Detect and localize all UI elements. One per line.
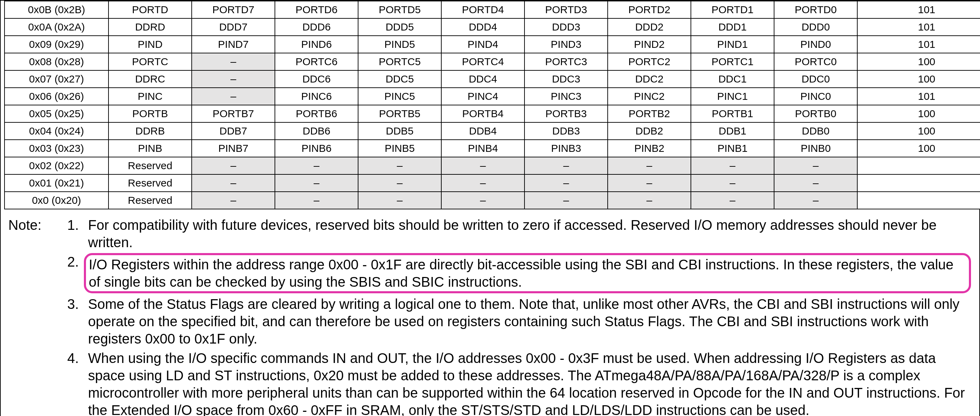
register-bit: PORTC2 [608, 53, 691, 70]
register-bit: DDB0 [774, 123, 857, 140]
note-text: For compatibility with future devices, r… [88, 217, 937, 250]
register-bit: – [275, 192, 358, 209]
register-bit: PORTD6 [275, 1, 358, 18]
register-page: 100 [857, 105, 980, 123]
register-bit: DDC4 [441, 70, 525, 88]
table-row: 0x02 (0x22)Reserved–––––––– [5, 157, 980, 174]
register-bit: PORTD4 [441, 1, 525, 18]
note-text: When using the I/O specific commands IN … [88, 351, 965, 416]
note-row: 3.Some of the Status Flags are cleared b… [8, 295, 969, 347]
register-page [857, 174, 980, 192]
highlight-box: I/O Registers within the address range 0… [84, 253, 971, 293]
register-bit: DDC2 [608, 70, 691, 88]
table-row: 0x0 (0x20)Reserved–––––––– [5, 192, 980, 209]
register-bit: PORTD7 [192, 1, 275, 18]
register-name: Reserved [108, 157, 192, 174]
register-bit: – [441, 174, 525, 192]
register-bit: DDB1 [691, 123, 774, 140]
register-bit: PORTD0 [774, 1, 857, 18]
note-text: Some of the Status Flags are cleared by … [88, 296, 959, 346]
register-address: 0x0B (0x2B) [5, 1, 108, 18]
note-row: 4.When using the I/O specific commands I… [8, 349, 969, 416]
note-number: 1. [67, 216, 88, 234]
register-bit: PORTD5 [358, 1, 441, 18]
register-bit: DDB4 [441, 123, 525, 140]
register-bit: PORTB4 [441, 105, 525, 123]
register-bit: PIND1 [691, 36, 774, 53]
register-bit: – [525, 157, 608, 174]
table-row: 0x03 (0x23)PINBPINB7PINB6PINB5PINB4PINB3… [5, 140, 980, 157]
table-row: 0x07 (0x27)DDRC–DDC6DDC5DDC4DDC3DDC2DDC1… [5, 70, 980, 88]
register-address: 0x02 (0x22) [5, 157, 108, 174]
register-bit: – [192, 88, 275, 105]
register-bit: PINC3 [525, 88, 608, 105]
register-bit: DDC0 [774, 70, 857, 88]
register-bit: PIND3 [525, 36, 608, 53]
register-bit: DDC5 [358, 70, 441, 88]
register-bit: PINC2 [608, 88, 691, 105]
register-bit: DDB7 [192, 123, 275, 140]
register-bit: PIND6 [275, 36, 358, 53]
register-bit: DDC6 [275, 70, 358, 88]
table-row: 0x08 (0x28)PORTC–PORTC6PORTC5PORTC4PORTC… [5, 53, 980, 70]
table-row: 0x09 (0x29)PINDPIND7PIND6PIND5PIND4PIND3… [5, 36, 980, 53]
register-bit: DDC1 [691, 70, 774, 88]
register-bit: PIND0 [774, 36, 857, 53]
register-page: 100 [857, 140, 980, 157]
note-text-cell: For compatibility with future devices, r… [88, 216, 969, 251]
register-bit: – [608, 157, 691, 174]
register-page: 100 [857, 53, 980, 70]
register-bit: PORTB7 [192, 105, 275, 123]
register-bit: DDB3 [525, 123, 608, 140]
note-text: I/O Registers within the address range 0… [89, 257, 954, 290]
register-bit: PIND7 [192, 36, 275, 53]
note-number: 3. [67, 295, 88, 313]
register-bit: PORTB0 [774, 105, 857, 123]
register-bit: PINC6 [275, 88, 358, 105]
register-page: 101 [857, 18, 980, 36]
register-address: 0x01 (0x21) [5, 174, 108, 192]
register-name: Reserved [108, 174, 192, 192]
note-label: Note: [8, 216, 67, 234]
register-name: PORTB [108, 105, 192, 123]
register-bit: PINB6 [275, 140, 358, 157]
table-row: 0x04 (0x24)DDRBDDB7DDB6DDB5DDB4DDB3DDB2D… [5, 123, 980, 140]
register-bit: PIND4 [441, 36, 525, 53]
register-address: 0x03 (0x23) [5, 140, 108, 157]
register-bit: PINB1 [691, 140, 774, 157]
register-address: 0x06 (0x26) [5, 88, 108, 105]
register-bit: PORTB1 [691, 105, 774, 123]
register-address: 0x05 (0x25) [5, 105, 108, 123]
register-bit: PINB0 [774, 140, 857, 157]
register-page [857, 192, 980, 209]
register-bit: – [192, 70, 275, 88]
table-row: 0x01 (0x21)Reserved–––––––– [5, 174, 980, 192]
register-bit: DDD6 [275, 18, 358, 36]
register-bit: PINB7 [192, 140, 275, 157]
note-number: 4. [67, 349, 88, 367]
register-bit: PINC5 [358, 88, 441, 105]
register-bit: PORTB2 [608, 105, 691, 123]
datasheet-page: 0x0B (0x2B)PORTDPORTD7PORTD6PORTD5PORTD4… [0, 0, 980, 416]
register-name: Reserved [108, 192, 192, 209]
register-bit: – [441, 192, 525, 209]
register-page: 100 [857, 70, 980, 88]
register-name: DDRD [108, 18, 192, 36]
register-address: 0x04 (0x24) [5, 123, 108, 140]
register-name: DDRB [108, 123, 192, 140]
register-bit: – [275, 157, 358, 174]
note-text-cell: When using the I/O specific commands IN … [88, 349, 969, 416]
table-row: 0x06 (0x26)PINC–PINC6PINC5PINC4PINC3PINC… [5, 88, 980, 105]
register-bit: PORTB5 [358, 105, 441, 123]
register-bit: – [192, 174, 275, 192]
register-name: DDRC [108, 70, 192, 88]
register-bit: – [691, 157, 774, 174]
register-name: PORTD [108, 1, 192, 18]
register-bit: – [774, 157, 857, 174]
register-bit: PORTD3 [525, 1, 608, 18]
register-bit: PINC1 [691, 88, 774, 105]
register-bit: PIND2 [608, 36, 691, 53]
note-row: Note:1.For compatibility with future dev… [8, 216, 969, 251]
register-bit: DDD3 [525, 18, 608, 36]
register-name: PINB [108, 140, 192, 157]
